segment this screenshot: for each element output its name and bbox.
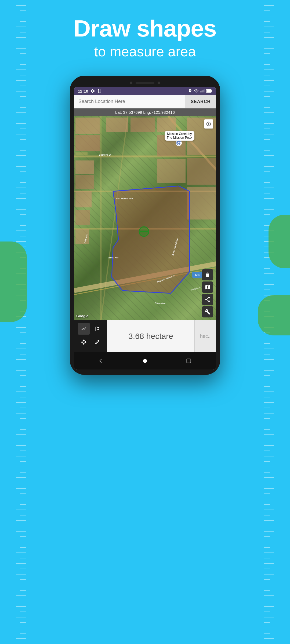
pin-dot (177, 142, 181, 145)
svg-point-284 (208, 123, 209, 125)
svg-rect-267 (187, 158, 216, 185)
share-button[interactable] (202, 294, 213, 305)
map-overlay-svg: 680 (74, 116, 216, 320)
tool-group-left (74, 320, 107, 352)
tool-row-bottom (78, 336, 103, 348)
recents-icon (186, 358, 191, 364)
measurement-alt-unit: hec.. (194, 320, 216, 352)
map-view[interactable]: 680 (74, 116, 216, 320)
svg-rect-258 (106, 118, 128, 132)
map-type-button[interactable] (202, 281, 213, 293)
svg-rect-238 (201, 92, 201, 93)
header-section: Draw shapes to measure area (0, 0, 290, 70)
svg-text:San Marco Ave: San Marco Ave (116, 197, 133, 200)
svg-rect-259 (130, 118, 155, 132)
draw-tool-button[interactable] (78, 323, 90, 335)
svg-rect-260 (157, 118, 176, 132)
svg-rect-263 (75, 191, 92, 207)
back-icon (98, 358, 104, 364)
phone-speaker (136, 82, 154, 84)
back-button[interactable] (96, 356, 106, 366)
battery-status-icon (206, 89, 212, 93)
gps-icon (206, 121, 211, 127)
app-subtitle: to measure area (0, 43, 290, 60)
wifi-status-icon (194, 89, 199, 93)
svg-text:Vernal Ave: Vernal Ave (108, 257, 119, 259)
svg-rect-290 (187, 359, 191, 363)
svg-rect-243 (212, 90, 212, 92)
status-left: 12:10 (78, 89, 102, 93)
settings-icon (90, 89, 95, 93)
settings-map-button[interactable] (202, 306, 213, 317)
svg-text:Olive Ave: Olive Ave (155, 302, 165, 305)
google-logo: Google (76, 314, 88, 318)
svg-rect-257 (75, 152, 88, 155)
phone-nav-bar (74, 352, 216, 369)
gps-button[interactable] (204, 119, 213, 129)
map-icon (205, 284, 211, 290)
search-input[interactable] (74, 95, 185, 108)
phone-frame: 12:10 (70, 76, 220, 375)
svg-rect-256 (75, 135, 100, 151)
move-icon (81, 339, 87, 345)
svg-rect-241 (204, 89, 205, 93)
search-bar[interactable]: SEARCH (74, 95, 216, 108)
measurement-value: 3.68 hectare (128, 332, 173, 341)
search-button[interactable]: SEARCH (185, 95, 216, 108)
share-icon (205, 297, 211, 302)
ruler-icon (94, 339, 100, 345)
svg-rect-240 (203, 90, 204, 92)
camera-dot-right (158, 82, 160, 84)
svg-point-289 (143, 359, 147, 363)
home-button[interactable] (140, 356, 150, 366)
sim-icon (97, 89, 102, 93)
svg-rect-264 (75, 210, 90, 225)
svg-rect-261 (75, 160, 94, 174)
tool-row-top (78, 323, 103, 335)
wrench-icon (205, 309, 211, 315)
coordinates-bar: Lat: 37.537699 Lng: -121.932416 (74, 108, 216, 116)
svg-rect-262 (75, 175, 94, 189)
svg-text:Tangelo Ct: Tangelo Ct (190, 286, 202, 291)
terrain-tool-button[interactable] (91, 323, 103, 335)
recents-button[interactable] (184, 356, 194, 366)
delete-icon (205, 272, 211, 278)
terrain-icon (94, 326, 100, 332)
bottom-toolbar: 3.68 hectare hec.. (74, 320, 216, 352)
svg-rect-255 (75, 118, 100, 134)
location-name: Mission Creek by The Mission Peak (165, 131, 194, 141)
coordinates-text: Lat: 37.537699 Lng: -121.932416 (115, 110, 175, 115)
svg-rect-270 (157, 159, 186, 183)
camera-dot-left (130, 82, 132, 84)
status-time: 12:10 (78, 89, 88, 93)
status-bar: 12:10 (74, 87, 216, 95)
delete-button[interactable] (202, 269, 213, 280)
svg-rect-268 (187, 187, 216, 219)
home-icon (142, 358, 148, 364)
signal-status-icon (200, 89, 205, 93)
app-title-line1: Draw shapes (0, 16, 290, 41)
map-action-buttons (202, 269, 213, 317)
svg-rect-239 (202, 91, 202, 93)
svg-text:Bedford St: Bedford St (99, 153, 111, 156)
status-right (188, 89, 212, 93)
phone-screen: 12:10 (74, 87, 216, 369)
svg-text:680: 680 (195, 273, 200, 277)
location-label: Mission Creek by The Mission Peak (165, 131, 194, 145)
svg-rect-244 (206, 90, 211, 92)
move-tool-button[interactable] (78, 336, 90, 348)
phone-mockup: 12:10 (0, 76, 290, 375)
ruler-tool-button[interactable] (91, 336, 103, 348)
measurement-display: 3.68 hectare (107, 320, 194, 352)
location-status-icon (188, 89, 192, 93)
phone-top-notch (74, 82, 216, 84)
chart-icon (81, 326, 87, 332)
